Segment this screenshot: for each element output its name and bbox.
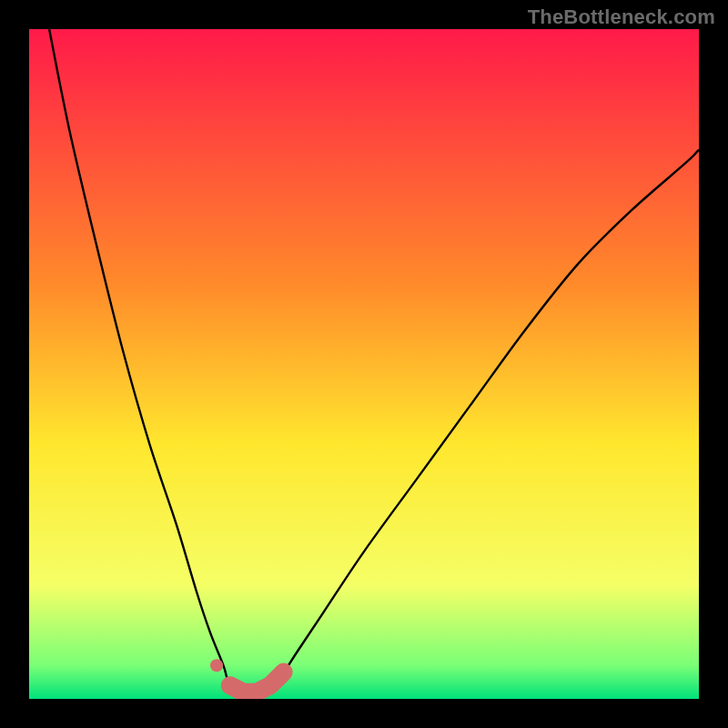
min-lead-dot — [210, 659, 223, 672]
gradient-background — [29, 29, 699, 699]
watermark-text: TheBottleneck.com — [528, 5, 715, 29]
plot-svg — [29, 29, 699, 699]
chart-frame: TheBottleneck.com — [0, 0, 728, 728]
plot-area — [29, 29, 699, 699]
